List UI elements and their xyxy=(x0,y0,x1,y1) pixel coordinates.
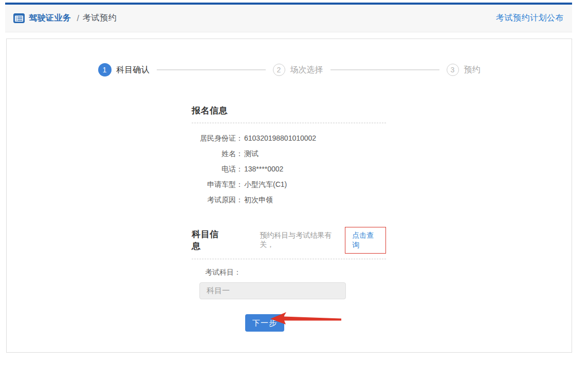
stepper: 1 科目确认 2 场次选择 3 预约 xyxy=(7,63,572,76)
info-row-phone: 电话： 138****0002 xyxy=(192,165,386,172)
breadcrumb: 驾驶证业务 / 考试预约 xyxy=(13,13,117,24)
field-label: 电话： xyxy=(192,165,243,172)
subject-note: 预约科目与考试结果有关， xyxy=(260,231,344,249)
registration-title: 报名信息 xyxy=(192,105,386,123)
field-label: 居民身份证： xyxy=(192,135,243,142)
registration-section: 报名信息 居民身份证： 610320198801010002 姓名： 测试 电话… xyxy=(192,105,386,203)
step-connector xyxy=(157,69,266,70)
breadcrumb-section-link[interactable]: 驾驶证业务 xyxy=(29,13,71,24)
next-step-button[interactable]: 下一步 xyxy=(245,314,284,332)
step-3-label: 预约 xyxy=(464,65,481,75)
info-row-vehicle-type: 申请车型： 小型汽车(C1) xyxy=(192,181,386,188)
step-2-circle: 2 xyxy=(273,64,285,76)
step-subject-confirm: 1 科目确认 xyxy=(98,63,150,76)
step-1-circle: 1 xyxy=(98,63,112,76)
field-value: 测试 xyxy=(244,150,259,157)
subject-title: 科目信息 xyxy=(192,228,227,252)
info-row-exam-reason: 考试原因： 初次申领 xyxy=(192,196,386,203)
main-panel: 1 科目确认 2 场次选择 3 预约 报名信息 居民身份证： 610320198… xyxy=(6,39,572,353)
field-label: 考试原因： xyxy=(192,196,243,203)
field-value: 610320198801010002 xyxy=(244,135,316,142)
field-value: 初次申领 xyxy=(244,196,273,203)
exam-plan-link[interactable]: 考试预约计划公布 xyxy=(496,13,564,24)
subject-section: 科目信息 预约科目与考试结果有关， 点击查询 考试科目： 下一步 xyxy=(192,227,386,332)
step-session-select: 2 场次选择 xyxy=(273,64,323,76)
field-value: 138****0002 xyxy=(244,165,283,172)
query-link[interactable]: 点击查询 xyxy=(352,231,374,249)
step-1-label: 科目确认 xyxy=(117,65,150,75)
breadcrumb-current: 考试预约 xyxy=(83,13,117,24)
breadcrumb-separator: / xyxy=(77,14,79,23)
field-label: 申请车型： xyxy=(192,181,243,188)
header: 驾驶证业务 / 考试预约 考试预约计划公布 xyxy=(5,3,572,32)
exam-subject-input[interactable] xyxy=(199,282,346,299)
info-row-name: 姓名： 测试 xyxy=(192,150,386,157)
exam-subject-label: 考试科目： xyxy=(205,268,386,277)
info-row-id: 居民身份证： 610320198801010002 xyxy=(192,135,386,142)
step-connector xyxy=(330,69,439,70)
list-icon xyxy=(13,13,25,23)
step-appointment: 3 预约 xyxy=(447,64,481,76)
field-label: 姓名： xyxy=(192,150,243,157)
field-value: 小型汽车(C1) xyxy=(244,181,287,188)
subject-section-header: 科目信息 预约科目与考试结果有关， 点击查询 xyxy=(192,227,386,259)
query-link-highlight-box: 点击查询 xyxy=(345,227,386,254)
step-3-circle: 3 xyxy=(447,64,459,76)
step-2-label: 场次选择 xyxy=(290,65,323,75)
